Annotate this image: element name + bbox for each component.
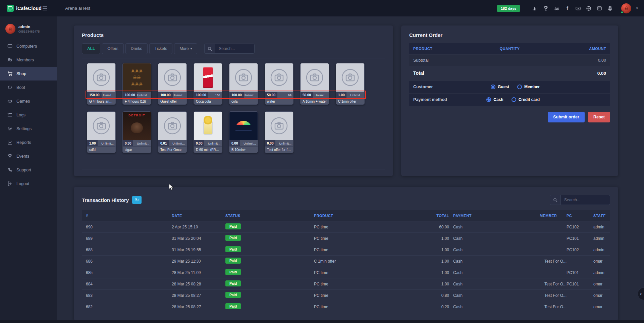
product-card[interactable]: 50.00 99 water <box>265 63 293 105</box>
customer-member-radio[interactable]: Member <box>517 85 540 89</box>
product-card[interactable]: 50.00 Unlimit... A 10min + water <box>300 63 329 105</box>
product-card[interactable]: 100.00 104 Coca cola <box>194 63 222 105</box>
total-value: 0.00 <box>597 71 606 76</box>
sidebar-item-events[interactable]: Events <box>0 149 57 163</box>
list-icon <box>7 112 12 117</box>
tx-date: 28 Mar 25 08:27 <box>172 305 225 309</box>
billing-icon[interactable] <box>596 5 602 11</box>
product-card[interactable]: 0.00 Unlimit... B 10min+ <box>229 111 258 153</box>
tx-payment: Cash <box>449 282 540 286</box>
product-card[interactable]: 0.00 Unlimit... Test offer for fir... <box>265 111 293 153</box>
tx-date: 31 Mar 25 19:55 <box>172 248 225 252</box>
trophy-icon[interactable] <box>543 5 549 11</box>
transaction-history-panel: Transaction History ↻ # DATE STATUS PROD… <box>74 187 618 320</box>
product-card[interactable]: 100.00 Unlimit... F 4 hours (1$) <box>122 63 151 105</box>
tx-total: 60.00 <box>397 225 449 229</box>
tx-status: Paid <box>225 292 314 299</box>
discord-icon[interactable] <box>553 5 559 11</box>
sidebar-item-support[interactable]: Support <box>0 163 57 177</box>
product-stock: Unlimit... <box>137 92 151 98</box>
chevron-down-icon[interactable]: ▾ <box>636 6 638 10</box>
order-col-amount: AMOUNT <box>542 47 606 51</box>
transaction-row[interactable]: 685 28 Mar 25 11:09 Paid PC time 1.00 Ca… <box>82 267 610 278</box>
payment-cash-radio[interactable]: Cash <box>486 97 503 102</box>
submit-order-button[interactable]: Submit order <box>548 112 585 122</box>
sidebar-item-logout[interactable]: Logout <box>0 177 57 191</box>
tab-more[interactable]: More▾ <box>174 43 197 54</box>
transaction-row[interactable]: 682 28 Mar 25 08:27 Paid PC time 0.20 Ca… <box>82 301 610 312</box>
product-card[interactable]: 1.00 Unlimit... C 1min offer <box>336 63 365 105</box>
product-price: 0.00 <box>229 140 240 146</box>
transaction-row[interactable]: 683 28 Mar 25 08:27 Paid PC time 0.80 Ca… <box>82 289 610 301</box>
product-price: 0.01 <box>158 140 169 146</box>
transaction-row[interactable]: 689 31 Mar 25 20:04 Paid PC time 1.00 Ca… <box>82 232 610 244</box>
product-name: Guest offer <box>158 98 186 104</box>
tab-drinks[interactable]: Drinks <box>125 43 148 54</box>
product-name: cigar <box>123 146 151 153</box>
product-price: 100.00 <box>123 92 137 98</box>
camera-placeholder-icon <box>92 117 110 135</box>
product-card[interactable]: 1.00 Unlimit... sdfd <box>87 111 116 153</box>
refresh-button[interactable]: ↻ <box>132 196 142 204</box>
license-days-badge[interactable]: 182 days <box>497 5 520 12</box>
tx-payment: Cash <box>449 259 540 264</box>
order-col-product: PRODUCT <box>413 47 478 51</box>
status-badge: Paid <box>225 235 241 241</box>
youtube-icon[interactable] <box>575 5 581 11</box>
stats-icon[interactable] <box>532 5 538 11</box>
globe-icon[interactable] <box>586 5 592 11</box>
tx-date: 28 Mar 25 11:09 <box>172 270 225 275</box>
sidebar-user[interactable]: ☠ admin 005193482475 <box>0 21 57 39</box>
sidebar-item-games[interactable]: Games <box>0 94 57 108</box>
transaction-row[interactable]: 684 28 Mar 25 08:28 Paid PC time 1.00 Ca… <box>82 278 610 289</box>
product-card[interactable]: 0.00 Unlimit... D 60 min (FREE) <box>194 111 222 153</box>
refresh-icon: ↻ <box>135 197 139 203</box>
sidebar-item-computers[interactable]: Computers <box>0 39 57 53</box>
tx-date: 28 Mar 25 08:28 <box>172 282 225 286</box>
tab-all[interactable]: ALL <box>82 43 100 54</box>
tx-status: Paid <box>225 223 314 230</box>
product-stock: Unlimit... <box>173 92 186 98</box>
sidebar-item-shop[interactable]: Shop <box>0 67 57 80</box>
customer-options: Guest Member <box>491 85 540 89</box>
product-name: C 1min offer <box>336 98 364 104</box>
sidebar-item-logs[interactable]: Logs <box>0 108 57 122</box>
tx-member: Test For O... <box>540 305 567 309</box>
tab-tickets[interactable]: Tickets <box>149 43 173 54</box>
sidebar-item-members[interactable]: Members <box>0 53 57 67</box>
tx-id: 690 <box>82 225 172 229</box>
transactions-search-input[interactable] <box>560 195 610 205</box>
tab-offers[interactable]: Offers <box>102 43 123 54</box>
product-card[interactable]: 0.30 Unlimit... cigar <box>122 111 151 153</box>
products-search-input[interactable] <box>215 44 255 54</box>
transaction-row[interactable]: 690 2 Apr 25 15:10 Paid PC time 60.00 Ca… <box>82 221 610 232</box>
layers-icon[interactable] <box>607 5 613 11</box>
brand-logo[interactable]: iCafeCloud <box>0 5 38 12</box>
sidebar-item-boot[interactable]: Boot <box>0 80 57 94</box>
user-avatar[interactable]: ☠ <box>621 3 631 13</box>
customer-guest-radio[interactable]: Guest <box>491 85 509 89</box>
menu-toggle-icon[interactable] <box>42 6 48 11</box>
tx-status: Paid <box>225 303 314 310</box>
bottom-scrollbar-track[interactable] <box>0 320 644 323</box>
sidebar-item-reports[interactable]: Reports <box>0 136 57 149</box>
camera-placeholder-icon <box>234 68 253 87</box>
transaction-row[interactable]: 686 29 Mar 25 11:30 Paid C 1min offer 1.… <box>82 255 610 267</box>
tx-member: Test For O... <box>540 293 567 298</box>
gear-icon <box>7 126 12 131</box>
order-subtotal-row: Subtotal 0.00 <box>409 55 610 66</box>
product-card[interactable]: 100.00 Unlimit... cola <box>229 63 258 105</box>
chevron-left-icon: ‹ <box>638 290 642 297</box>
payment-credit-radio[interactable]: Credit card <box>512 97 540 102</box>
trophy-icon <box>7 154 12 159</box>
product-card[interactable]: 100.00 Unlimit... Guest offer <box>158 63 187 105</box>
tx-staff: omar <box>593 259 610 264</box>
product-image <box>336 63 364 92</box>
sidebar-item-settings[interactable]: Settings <box>0 122 57 136</box>
members-icon <box>7 57 12 62</box>
reset-button[interactable]: Reset <box>588 112 610 122</box>
transaction-row[interactable]: 688 31 Mar 25 19:55 Paid PC time 1.00 Ca… <box>82 244 610 255</box>
product-card[interactable]: 150.00 Unlimit... G 4 Hours and f... <box>87 63 116 105</box>
product-card[interactable]: 0.01 Unlimit... Test For Omar <box>158 111 187 153</box>
facebook-icon[interactable]: f <box>564 5 570 11</box>
